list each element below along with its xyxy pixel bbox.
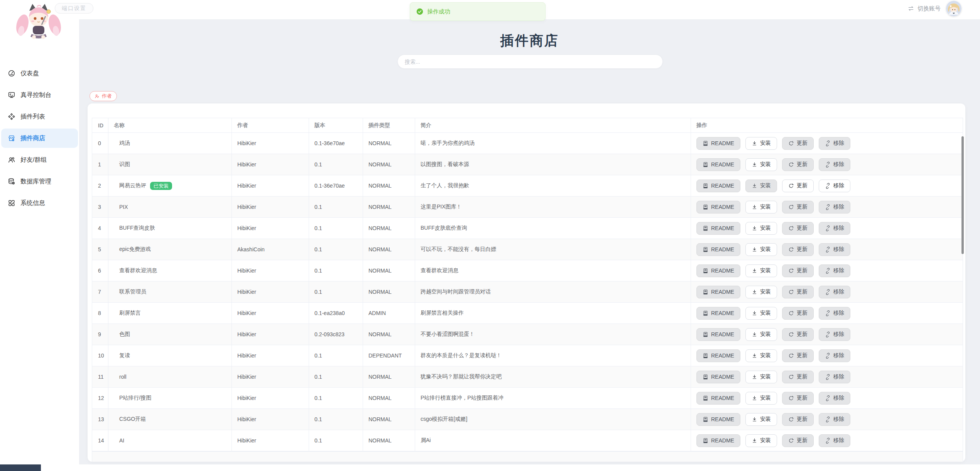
- remove-button[interactable]: 移除: [819, 264, 850, 277]
- readme-button[interactable]: README: [696, 349, 740, 362]
- download-icon: [752, 417, 757, 422]
- cell-desc: 生了个人，我很抱歉: [415, 175, 691, 197]
- remove-button[interactable]: 移除: [819, 180, 850, 192]
- switch-account-button[interactable]: 切换账号: [907, 5, 941, 12]
- install-button[interactable]: 安装: [745, 349, 777, 362]
- install-button[interactable]: 安装: [745, 286, 777, 298]
- sidebar-item-friends[interactable]: 好友/群组: [0, 149, 79, 171]
- readme-button[interactable]: README: [696, 158, 740, 171]
- install-button-label: 安装: [760, 310, 771, 317]
- port-settings-button[interactable]: 端口设置: [55, 3, 93, 14]
- install-button[interactable]: 安装: [745, 392, 777, 405]
- refresh-icon: [788, 438, 794, 444]
- update-button-label: 更新: [797, 246, 808, 253]
- update-button-label: 更新: [797, 395, 808, 402]
- remove-button[interactable]: 移除: [819, 413, 850, 426]
- cell-desc: 查看群欢迎消息: [415, 260, 691, 281]
- plugin-name: 联系管理员: [119, 288, 146, 295]
- author-filter-button[interactable]: 作者: [90, 91, 117, 101]
- update-button-label: 更新: [797, 267, 808, 274]
- remove-button[interactable]: 移除: [819, 434, 850, 447]
- readme-button[interactable]: README: [696, 180, 740, 192]
- install-button[interactable]: 安装: [745, 222, 777, 235]
- remove-button[interactable]: 移除: [819, 371, 850, 383]
- update-button[interactable]: 更新: [782, 307, 814, 320]
- sidebar-item-dashboard[interactable]: 仪表盘: [0, 63, 79, 84]
- remove-button[interactable]: 移除: [819, 137, 850, 150]
- sidebar-item-store[interactable]: 插件商店: [0, 127, 79, 149]
- unlink-icon: [825, 374, 831, 380]
- success-check-icon: [416, 8, 423, 15]
- install-button[interactable]: 安装: [745, 307, 777, 320]
- install-button[interactable]: 安装: [745, 243, 777, 256]
- cell-id: 6: [92, 260, 108, 281]
- install-button[interactable]: 安装: [745, 413, 777, 426]
- remove-button-label: 移除: [833, 225, 844, 232]
- table-scrollbar-thumb[interactable]: [961, 136, 964, 254]
- readme-button[interactable]: README: [696, 264, 740, 277]
- install-button[interactable]: 安装: [745, 264, 777, 277]
- cell-type: NORMAL: [363, 133, 415, 154]
- remove-button[interactable]: 移除: [819, 286, 850, 298]
- update-button[interactable]: 更新: [782, 328, 814, 341]
- update-button[interactable]: 更新: [782, 180, 814, 192]
- remove-button[interactable]: 移除: [819, 222, 850, 235]
- readme-button[interactable]: README: [696, 434, 740, 447]
- install-button[interactable]: 安装: [745, 180, 777, 192]
- remove-button[interactable]: 移除: [819, 243, 850, 256]
- remove-button[interactable]: 移除: [819, 328, 850, 341]
- sidebar-item-label: 真寻控制台: [20, 91, 51, 99]
- readme-button[interactable]: README: [696, 137, 740, 150]
- install-button[interactable]: 安装: [745, 434, 777, 447]
- cell-name: 鸡汤: [108, 133, 232, 154]
- sidebar-item-database[interactable]: 数据库管理: [0, 171, 79, 192]
- remove-button[interactable]: 移除: [819, 201, 850, 213]
- readme-button[interactable]: README: [696, 222, 740, 235]
- remove-button[interactable]: 移除: [819, 392, 850, 405]
- readme-button[interactable]: README: [696, 243, 740, 256]
- refresh-icon: [788, 310, 794, 316]
- remove-button[interactable]: 移除: [819, 349, 850, 362]
- readme-button[interactable]: README: [696, 201, 740, 213]
- readme-button[interactable]: README: [696, 413, 740, 426]
- install-button[interactable]: 安装: [745, 371, 777, 383]
- unlink-icon: [825, 162, 831, 168]
- cell-name: 刷屏禁言: [108, 303, 232, 324]
- sidebar-item-console[interactable]: 真寻控制台: [0, 84, 79, 106]
- update-button[interactable]: 更新: [782, 158, 814, 171]
- user-avatar[interactable]: [946, 1, 961, 16]
- install-button[interactable]: 安装: [745, 158, 777, 171]
- update-button[interactable]: 更新: [782, 392, 814, 405]
- sidebar-item-plugins[interactable]: 插件列表: [0, 106, 79, 127]
- installed-badge: 已安装: [150, 182, 172, 190]
- sidebar-item-system[interactable]: 系统信息: [0, 192, 79, 214]
- search-input[interactable]: [397, 54, 663, 69]
- remove-button[interactable]: 移除: [819, 307, 850, 320]
- install-button[interactable]: 安装: [745, 328, 777, 341]
- install-button[interactable]: 安装: [745, 201, 777, 213]
- remove-button-label: 移除: [833, 161, 844, 168]
- plugin-name: 色图: [119, 331, 130, 338]
- readme-button[interactable]: README: [696, 286, 740, 298]
- update-button[interactable]: 更新: [782, 413, 814, 426]
- update-button[interactable]: 更新: [782, 243, 814, 256]
- update-button[interactable]: 更新: [782, 286, 814, 298]
- cell-author: HibiKier: [232, 197, 309, 218]
- update-button[interactable]: 更新: [782, 137, 814, 150]
- cell-type: NORMAL: [363, 197, 415, 218]
- readme-button[interactable]: README: [696, 307, 740, 320]
- update-button[interactable]: 更新: [782, 349, 814, 362]
- update-button[interactable]: 更新: [782, 264, 814, 277]
- readme-button[interactable]: README: [696, 328, 740, 341]
- update-button[interactable]: 更新: [782, 371, 814, 383]
- install-button-label: 安装: [760, 140, 771, 147]
- cell-author: AkashiCoin: [232, 239, 309, 260]
- update-button[interactable]: 更新: [782, 201, 814, 213]
- readme-button[interactable]: README: [696, 392, 740, 405]
- readme-button[interactable]: README: [696, 371, 740, 383]
- update-button[interactable]: 更新: [782, 222, 814, 235]
- update-button[interactable]: 更新: [782, 434, 814, 447]
- update-button-label: 更新: [797, 352, 808, 359]
- remove-button[interactable]: 移除: [819, 158, 850, 171]
- install-button[interactable]: 安装: [745, 137, 777, 150]
